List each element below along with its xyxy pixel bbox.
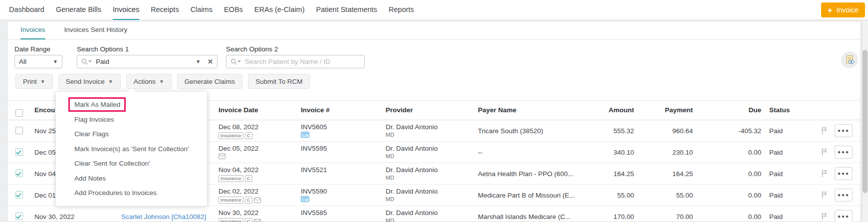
menu-item-flag-invoices[interactable]: Flag Invoices — [56, 112, 207, 127]
nav-item-patient-statements[interactable]: Patient Statements — [316, 0, 378, 20]
menu-item-add-procedures-to-invoices[interactable]: Add Procedures to Invoices — [56, 186, 207, 201]
chevron-down-icon: ▼ — [196, 59, 201, 64]
chevron-down-icon: ▼ — [40, 79, 45, 84]
send-invoice-button[interactable]: Send Invoice▼ — [58, 74, 121, 89]
nav-item-claims[interactable]: Claims — [191, 0, 213, 20]
due-cell: 0.00 — [693, 163, 761, 184]
patient-link[interactable]: Scarlet Johnson [Cha10082] — [121, 213, 206, 221]
search-options-1-select[interactable]: Paid ▼ ✕ — [77, 55, 217, 68]
row-select-cell — [7, 185, 28, 206]
row-checkbox[interactable] — [15, 127, 23, 134]
submit-to-rcm-label: Submit To RCM — [255, 78, 302, 85]
nav-item-invoices[interactable]: Invoices — [113, 0, 139, 20]
new-invoice-button[interactable]: + Invoice — [821, 2, 865, 17]
flag-cell — [814, 142, 835, 163]
provider-cell: Dr. David AntonioMD — [380, 185, 472, 206]
payment-cell: 960.64 — [634, 120, 693, 141]
tab-invoices-sent-history[interactable]: Invoices Sent History — [64, 21, 128, 39]
row-checkbox[interactable] — [15, 170, 23, 177]
menu-item-add-notes[interactable]: Add Notes — [56, 171, 207, 186]
view-notes-icon-button[interactable] — [841, 51, 858, 68]
nav-item-dashboard[interactable]: Dashboard — [9, 0, 44, 20]
menu-item-mark-as-mailed[interactable]: Mark As Mailed — [56, 97, 207, 112]
row-checkbox[interactable] — [15, 148, 23, 156]
badge-insurance: Insurance — [218, 175, 243, 182]
row-more-actions-button[interactable]: ●●● — [835, 210, 853, 222]
header-provider: Provider — [380, 101, 472, 120]
invoice-number-text: INV5585 — [301, 206, 380, 217]
nav-item-reports[interactable]: Reports — [389, 0, 414, 20]
nav-item-eras-e-claim[interactable]: ERAs (e-Claim) — [254, 0, 305, 20]
invoice-date-text: Dec 08, 2022 — [218, 120, 295, 131]
flag-toggle[interactable] — [821, 148, 828, 158]
invoice-sent-indicator — [301, 196, 380, 204]
invoice-number-text: INV5595 — [301, 142, 380, 153]
search-options-2-label: Search Options 2 — [226, 45, 278, 53]
nav-item-eobs[interactable]: EOBs — [224, 0, 243, 20]
patient-search-input[interactable] — [245, 58, 355, 65]
menu-item-clear-flags[interactable]: Clear Flags — [56, 127, 207, 142]
date-range-select[interactable]: All ▼ — [14, 55, 62, 68]
flag-toggle[interactable] — [821, 170, 828, 179]
provider-name: Dr. David Antonio — [386, 163, 472, 174]
check-icon — [16, 193, 21, 198]
menu-item-mark-invoice-s-as-sent-for-collection[interactable]: Mark Invoice(s) as 'Sent for Collection' — [56, 142, 207, 157]
flag-cell — [814, 185, 835, 206]
actions-dropdown-menu: Mark As MailedFlag InvoicesClear FlagsMa… — [56, 92, 207, 206]
actions-label: Actions — [134, 78, 156, 85]
vertical-scrollbar-thumb[interactable] — [863, 50, 868, 193]
due-cell: 0.00 — [693, 185, 761, 206]
select-all-checkbox[interactable] — [15, 109, 23, 117]
print-button[interactable]: Print▼ — [15, 74, 53, 89]
provider-cell: Dr. David AntonioMD — [380, 206, 472, 222]
vertical-scrollbar-track[interactable] — [862, 21, 868, 222]
row-more-actions-button[interactable]: ●●● — [835, 189, 853, 202]
header-payment: Payment — [634, 101, 693, 120]
due-cell: 0.00 — [693, 206, 761, 222]
row-more-actions-button[interactable]: ●●● — [835, 146, 853, 159]
menu-item-clear-sent-for-collection[interactable]: Clear 'Sent for Collection' — [56, 156, 207, 171]
amount-cell: 55.00 — [594, 185, 634, 206]
generate-claims-button[interactable]: Generate Claims — [177, 74, 242, 89]
invoice-date-text: Nov 30, 2022 — [218, 206, 295, 217]
flag-toggle[interactable] — [821, 191, 828, 201]
row-more-actions-button[interactable]: ●●● — [835, 167, 853, 180]
row-select-cell — [7, 163, 28, 184]
patient-search-box — [226, 55, 365, 68]
provider-credential: MD — [386, 217, 472, 222]
flag-toggle[interactable] — [821, 213, 828, 222]
badge-c: C — [245, 175, 252, 182]
invoice-date-badges: InsuranceC — [218, 218, 295, 222]
payment-cell: 164.25 — [634, 163, 693, 184]
flag-cell — [814, 206, 835, 222]
nav-item-receipts[interactable]: Receipts — [151, 0, 179, 20]
nav-item-generate-bills[interactable]: Generate Bills — [56, 0, 101, 20]
provider-credential: MD — [386, 196, 472, 203]
due-cell: 0.00 — [693, 142, 761, 163]
clear-filter-icon[interactable]: ✕ — [208, 58, 213, 65]
actions-button[interactable]: Actions▼ — [126, 74, 172, 89]
row-more-actions-button[interactable]: ●●● — [835, 124, 853, 137]
flag-toggle[interactable] — [821, 127, 828, 136]
payer-name-cell: Tricare South (38520) — [472, 120, 594, 141]
tab-invoices[interactable]: Invoices — [20, 21, 45, 39]
invoice-number-text: INV5521 — [301, 163, 380, 174]
flag-icon — [821, 213, 828, 221]
highlighted-menu-item-box: Mark As Mailed — [68, 97, 126, 112]
invoice-date-text: Dec 05, 2022 — [218, 142, 295, 153]
invoice-number-text: INV5590 — [301, 185, 380, 196]
invoice-number-cell: INV5605 — [295, 120, 380, 141]
provider-credential: MD — [386, 131, 472, 138]
payment-cell: 70.00 — [634, 206, 693, 222]
more-cell: ●●● — [835, 206, 859, 222]
invoice-sent-icon — [301, 196, 309, 202]
table-row[interactable]: Nov 30, 2022Scarlet Johnson [Cha10082]No… — [7, 206, 861, 222]
header-invoice-number: Invoice # — [295, 101, 380, 120]
row-checkbox[interactable] — [15, 213, 23, 220]
submit-to-rcm-button[interactable]: Submit To RCM — [248, 74, 310, 89]
invoice-date-cell: Nov 30, 2022InsuranceC — [213, 206, 295, 222]
row-checkbox[interactable] — [15, 191, 23, 199]
invoice-sent-icon — [301, 132, 309, 138]
badge-insurance: Insurance — [218, 132, 243, 139]
nav-items: DashboardGenerate BillsInvoicesReceiptsC… — [0, 0, 868, 20]
